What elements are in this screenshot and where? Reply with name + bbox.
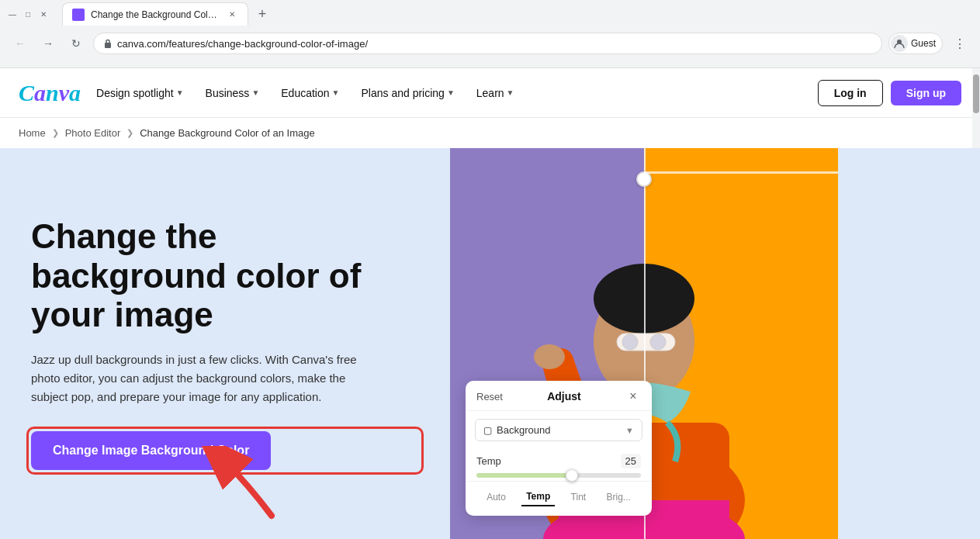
arrow-indicator bbox=[202, 446, 295, 523]
profile-label: Guest bbox=[911, 38, 936, 49]
hero-content: Change the background color of your imag… bbox=[0, 148, 450, 539]
top-line bbox=[644, 171, 838, 174]
address-bar[interactable]: canva.com/features/change-background-col… bbox=[93, 33, 882, 54]
breadcrumb-home[interactable]: Home bbox=[19, 127, 46, 139]
tab-favicon bbox=[72, 9, 85, 21]
dropdown-icon: ▢ bbox=[483, 425, 492, 436]
canva-logo[interactable]: Canva bbox=[19, 80, 81, 106]
svg-point-10 bbox=[650, 334, 666, 350]
active-tab[interactable]: Change the Background Colo... ✕ bbox=[62, 2, 248, 26]
panel-close-button[interactable]: × bbox=[625, 389, 641, 404]
scrollbar-thumb bbox=[973, 74, 979, 113]
tab-brightness[interactable]: Brig... bbox=[601, 489, 635, 506]
nav-item-design-spotlight[interactable]: Design spotlight ▼ bbox=[87, 81, 193, 105]
chevron-down-icon: ▼ bbox=[251, 88, 259, 97]
breadcrumb-separator: ❯ bbox=[52, 128, 59, 138]
maximize-button[interactable]: □ bbox=[22, 8, 34, 20]
reload-button[interactable]: ↻ bbox=[65, 33, 87, 54]
title-bar: — □ ✕ Change the Background Colo... ✕ + bbox=[0, 0, 980, 28]
svg-point-11 bbox=[534, 344, 565, 369]
chevron-down-icon: ▼ bbox=[332, 88, 340, 97]
slider-handle[interactable] bbox=[636, 171, 652, 187]
nav-items: Design spotlight ▼ Business ▼ Education … bbox=[87, 81, 812, 105]
chevron-down-icon: ▼ bbox=[447, 88, 455, 97]
nav-item-learn[interactable]: Learn ▼ bbox=[467, 81, 524, 105]
dropdown-chevron-icon: ▼ bbox=[625, 426, 634, 435]
dropdown-label: Background bbox=[497, 424, 625, 436]
signup-button[interactable]: Sign up bbox=[891, 81, 961, 105]
temp-row: Temp 25 bbox=[466, 449, 652, 473]
profile-button[interactable]: Guest bbox=[888, 33, 943, 54]
temp-value: 25 bbox=[621, 454, 641, 468]
close-button[interactable]: ✕ bbox=[37, 8, 50, 20]
nav-item-business[interactable]: Business ▼ bbox=[196, 81, 269, 105]
window-controls: — □ ✕ bbox=[6, 8, 50, 20]
nav-item-education[interactable]: Education ▼ bbox=[272, 81, 348, 105]
breadcrumb-photo-editor[interactable]: Photo Editor bbox=[65, 127, 121, 139]
adjust-panel: Reset Adjust × ▢ Background ▼ Temp 25 bbox=[466, 381, 652, 516]
hero-section: Change the background color of your imag… bbox=[0, 148, 980, 539]
tab-temp[interactable]: Temp bbox=[521, 488, 555, 506]
hero-description: Jazz up dull backgrounds in just a few c… bbox=[31, 351, 372, 406]
new-tab-button[interactable]: + bbox=[251, 3, 273, 25]
svg-point-9 bbox=[622, 334, 638, 350]
profile-icon bbox=[891, 35, 908, 52]
temp-label: Temp bbox=[476, 455, 501, 467]
tab-bar: Change the Background Colo... ✕ + bbox=[56, 0, 279, 28]
panel-header: Reset Adjust × bbox=[466, 381, 652, 411]
nav-actions: Log in Sign up bbox=[818, 80, 961, 106]
hero-title: Change the background color of your imag… bbox=[31, 217, 419, 335]
forward-button[interactable]: → bbox=[37, 33, 59, 54]
browser-menu-button[interactable]: ⋮ bbox=[949, 33, 971, 54]
nav-item-plans-pricing[interactable]: Plans and pricing ▼ bbox=[351, 81, 463, 105]
panel-dropdown[interactable]: ▢ Background ▼ bbox=[475, 419, 642, 441]
back-button[interactable]: ← bbox=[9, 33, 31, 54]
panel-reset-button[interactable]: Reset bbox=[476, 391, 503, 403]
temp-slider[interactable] bbox=[476, 473, 641, 478]
tab-tint[interactable]: Tint bbox=[566, 489, 591, 506]
browser-chrome: — □ ✕ Change the Background Colo... ✕ + … bbox=[0, 0, 980, 68]
url-text: canva.com/features/change-background-col… bbox=[117, 38, 872, 50]
lock-icon bbox=[103, 39, 113, 48]
panel-tabs: Auto Temp Tint Brig... bbox=[466, 481, 652, 506]
tab-auto[interactable]: Auto bbox=[482, 489, 511, 506]
breadcrumb-separator-2: ❯ bbox=[126, 128, 133, 138]
breadcrumb: Home ❯ Photo Editor ❯ Change Background … bbox=[0, 118, 980, 148]
nav-bar: ← → ↻ canva.com/features/change-backgrou… bbox=[0, 28, 980, 59]
tab-title: Change the Background Colo... bbox=[91, 9, 220, 20]
slider-thumb[interactable] bbox=[566, 469, 578, 482]
chevron-down-icon: ▼ bbox=[176, 88, 184, 97]
breadcrumb-current-page: Change Background Color of an Image bbox=[140, 127, 314, 139]
panel-title: Adjust bbox=[547, 390, 581, 403]
svg-rect-0 bbox=[105, 43, 111, 48]
minimize-button[interactable]: — bbox=[6, 8, 19, 20]
page-content: Canva Design spotlight ▼ Business ▼ Educ… bbox=[0, 68, 980, 539]
chevron-down-icon: ▼ bbox=[507, 88, 514, 97]
login-button[interactable]: Log in bbox=[818, 80, 883, 106]
tab-close-icon[interactable]: ✕ bbox=[226, 9, 238, 21]
hero-image-area: Reset Adjust × ▢ Background ▼ Temp 25 bbox=[450, 148, 838, 539]
site-navigation: Canva Design spotlight ▼ Business ▼ Educ… bbox=[0, 68, 980, 118]
